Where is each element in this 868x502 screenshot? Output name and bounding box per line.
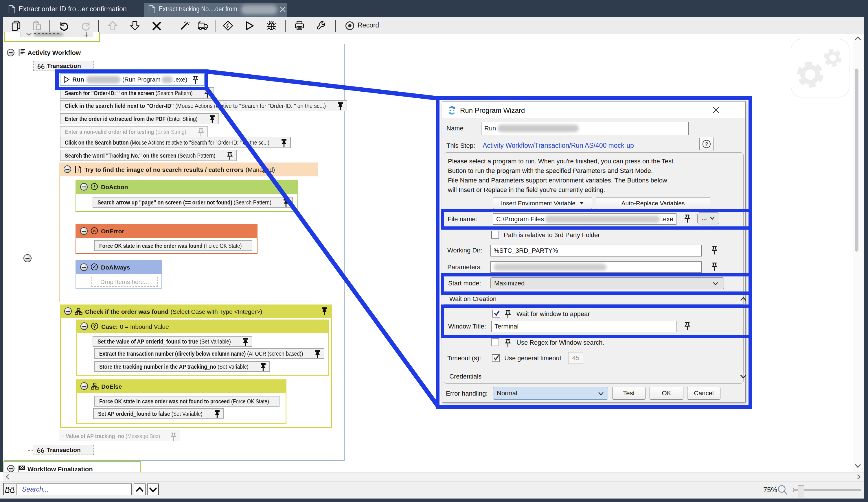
svg-text:×: × bbox=[93, 228, 96, 234]
svg-text:!: ! bbox=[93, 184, 95, 189]
svg-text:?: ? bbox=[93, 324, 96, 329]
svg-text:✓: ✓ bbox=[92, 264, 96, 270]
svg-text:!: ! bbox=[78, 167, 79, 172]
